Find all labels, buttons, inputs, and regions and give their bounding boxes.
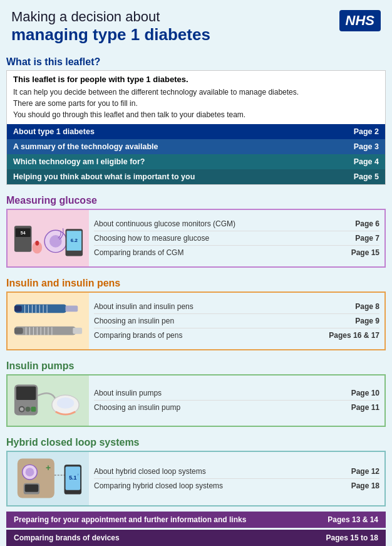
hybrid-image: + 5.1 ↑ [8,452,89,505]
measuring-glucose-inner: 54 6.2 [8,210,384,266]
footer-page-2: Pages 15 to 18 [326,533,378,542]
svg-point-4 [35,241,39,246]
svg-point-38 [57,397,75,409]
toc-row-2[interactable]: A summary of the technology available Pa… [7,139,385,154]
insulin-pumps-box: About insulin pumps Page 10 Choosing an … [6,374,386,427]
toc-row-1[interactable]: About type 1 diabetes Page 2 [7,124,385,139]
toc-page-1: Page 2 [354,127,379,136]
insulin-pumps-section: Insulin pumps [0,355,392,427]
insulin-image [8,293,89,349]
footer-label-1: Preparing for your appointment and furth… [14,515,246,524]
toc-label-1: About type 1 diabetes [13,127,95,136]
insulin-pumps-inner: About insulin pumps Page 10 Choosing an … [8,375,384,426]
header-title-block: Making a decision about managing type 1 … [11,9,331,45]
pump-link-1[interactable]: About insulin pumps Page 10 [94,389,379,397]
footer-page-1: Pages 13 & 14 [328,515,378,524]
insulin-illustration [11,295,85,347]
hybrid-closed-loop-inner: + 5.1 ↑ About hybrid [8,452,384,505]
svg-text:6.2: 6.2 [71,237,78,243]
nhs-logo: NHS [339,10,381,31]
header-title: managing type 1 diabetes [11,25,331,45]
measuring-glucose-section: Measuring glucose 54 [0,190,392,268]
measuring-glucose-header: Measuring glucose [0,190,392,209]
what-is-leaflet-section: What is this leaflet? This leaflet is fo… [0,51,392,185]
glucose-link-1[interactable]: About continuous glucose monitors (CGM) … [94,219,379,228]
insulin-pens-section: Insulin and insulin pens [0,273,392,350]
footer-row-2[interactable]: Comparing brands of devices Pages 15 to … [6,530,386,546]
hybrid-illustration: + 5.1 ↑ [11,453,85,503]
insulin-pumps-header: Insulin pumps [0,355,392,374]
toc-label-2: A summary of the technology available [13,142,158,151]
insulin-pumps-links: About insulin pumps Page 10 Choosing an … [89,375,384,426]
hybrid-closed-loop-header: Hybrid closed loop systems [0,432,392,451]
svg-rect-36 [31,406,36,411]
header: Making a decision about managing type 1 … [0,0,392,51]
svg-rect-20 [14,326,76,335]
leaflet-box: This leaflet is for people with type 1 d… [6,70,386,185]
toc-page-4: Page 5 [354,172,379,181]
pump-image [8,375,89,426]
svg-rect-44 [25,485,39,492]
glucose-image: 54 6.2 [8,210,89,266]
svg-rect-12 [14,305,22,312]
what-is-leaflet-header: What is this leaflet? [0,51,392,70]
footer-label-2: Comparing brands of devices [14,533,120,542]
svg-point-41 [26,468,34,476]
insulin-link-1[interactable]: About insulin and insulin pens Page 8 [94,302,379,311]
hybrid-closed-loop-box: + 5.1 ↑ About hybrid [6,451,386,507]
svg-text:↑: ↑ [77,473,79,476]
svg-text:+: + [46,463,51,473]
svg-point-34 [20,407,24,411]
insulin-link-2[interactable]: Choosing an insulin pen Page 9 [94,317,379,325]
glucose-illustration: 54 6.2 [11,213,85,263]
svg-rect-11 [66,305,78,312]
toc-label-3: Which technology am I eligible for? [13,157,145,166]
insulin-pens-header: Insulin and insulin pens [0,273,392,291]
insulin-pens-links: About insulin and insulin pens Page 8 Ch… [89,293,384,349]
svg-rect-10 [14,304,67,313]
insulin-pens-inner: About insulin and insulin pens Page 8 Ch… [8,293,384,349]
svg-text:5.1: 5.1 [69,475,76,481]
footer-row-1[interactable]: Preparing for your appointment and furth… [6,512,386,528]
toc-page-3: Page 4 [354,157,379,166]
measuring-glucose-links: About continuous glucose monitors (CGM) … [89,210,384,266]
hybrid-link-1[interactable]: About hybrid closed loop systems Page 12 [94,467,379,476]
hybrid-closed-loop-section: Hybrid closed loop systems + [0,432,392,507]
svg-rect-21 [73,327,82,333]
toc-row-3[interactable]: Which technology am I eligible for? Page… [7,154,385,169]
svg-point-35 [26,406,31,411]
hybrid-link-2[interactable]: Comparing hybrid closed loop systems Pag… [94,481,379,490]
insulin-link-3[interactable]: Comparing brands of pens Pages 16 & 17 [94,331,379,340]
toc-label-4: Helping you think about what is importan… [13,172,195,181]
glucose-link-2[interactable]: Choosing how to measure glucose Page 7 [94,234,379,243]
svg-rect-32 [16,386,36,400]
measuring-glucose-box: 54 6.2 [6,209,386,268]
header-subtitle: Making a decision about [11,9,331,25]
svg-rect-22 [14,327,23,333]
page-wrapper: Making a decision about managing type 1 … [0,0,392,546]
svg-text:54: 54 [21,231,26,235]
hybrid-closed-loop-links: About hybrid closed loop systems Page 12… [89,452,384,505]
pump-link-2[interactable]: Choosing an insulin pump Page 11 [94,403,379,412]
toc-page-2: Page 3 [354,142,379,151]
insulin-pens-box: About insulin and insulin pens Page 8 Ch… [6,291,386,350]
leaflet-body-text: It can help you decide between the diffe… [7,87,385,124]
leaflet-bold-text: This leaflet is for people with type 1 d… [7,71,385,87]
toc-row-4[interactable]: Helping you think about what is importan… [7,169,385,184]
glucose-link-3[interactable]: Comparing brands of CGM Page 15 [94,248,379,257]
pump-illustration [11,377,85,424]
